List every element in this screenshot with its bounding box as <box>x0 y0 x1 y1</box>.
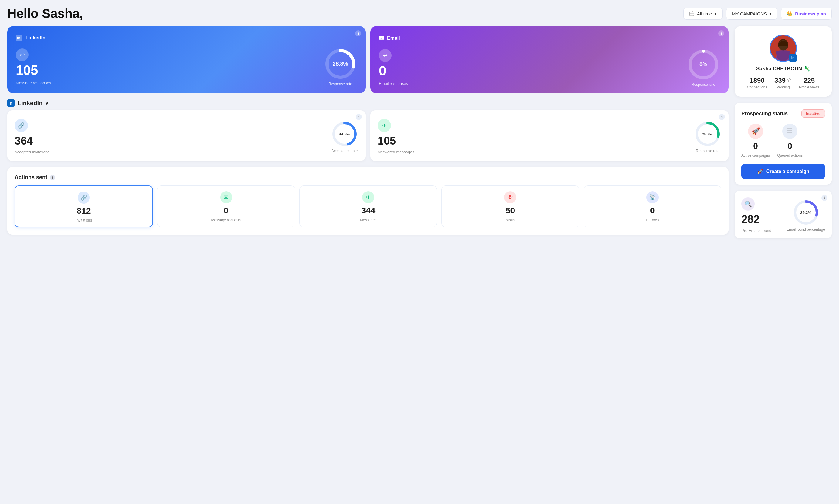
prospecting-title: Prospecting status <box>741 111 788 117</box>
link-icon-circle: 🔗 <box>15 119 28 132</box>
create-campaign-button[interactable]: 🚀 Create a campaign <box>741 164 825 179</box>
email-card-header: ✉ Email <box>379 35 720 42</box>
message-requests-label: Message requests <box>211 218 241 222</box>
email-response-rate-donut: 0% <box>687 48 720 81</box>
reply-icon-circle: ↩ <box>16 49 29 61</box>
calendar-icon <box>689 11 695 16</box>
visits-label: Visits <box>506 218 514 222</box>
answered-messages-label: Answered messages <box>378 150 414 154</box>
email-rate-label: 0% <box>699 61 707 68</box>
linkedin-icon: in <box>16 35 22 41</box>
email-icon: ✉ <box>379 35 384 42</box>
campaigns-filter-button[interactable]: MY CAMPAIGNS ▾ <box>726 7 777 20</box>
active-campaigns-label: Active campaigns <box>741 154 770 158</box>
chevron-up-icon: ∧ <box>46 101 49 106</box>
pro-emails-value: 282 <box>741 213 771 226</box>
message-requests-value: 0 <box>224 206 229 215</box>
profile-views-label: Profile views <box>799 85 819 89</box>
answered-messages-card: ℹ ✈ 105 Answered messages <box>370 110 729 161</box>
email-found-label: Email found percentage <box>787 227 825 232</box>
linkedin-section-title: LinkedIn <box>18 100 42 107</box>
reply-icon-circle: ↩ <box>379 49 391 62</box>
crown-icon: 👑 <box>787 11 792 16</box>
time-filter-button[interactable]: All time ▾ <box>683 7 722 20</box>
greeting-text: Hello Sasha, <box>7 7 83 20</box>
pending-value: 339 <box>774 77 786 85</box>
active-campaigns-metric: 🚀 0 Active campaigns <box>741 124 770 158</box>
email-found-donut: 29.2% <box>792 199 820 226</box>
email-responses-value: 0 <box>379 64 408 77</box>
info-icon[interactable]: ℹ <box>718 30 724 36</box>
trash-icon[interactable]: 🗑 <box>787 78 792 83</box>
info-icon[interactable]: ℹ <box>355 30 361 36</box>
linkedin-section-header: in LinkedIn ∧ <box>7 100 729 107</box>
pro-emails-card: ℹ 🔍 282 Pro Emails found 29.2% Emai <box>735 191 832 238</box>
link-action-icon: 🔗 <box>78 192 90 204</box>
eye-action-icon: 👁 <box>504 191 516 203</box>
email-card-title: Email <box>387 35 400 41</box>
queued-actions-metric: ☰ 0 Queued actions <box>777 124 803 158</box>
queued-actions-value: 0 <box>787 141 792 151</box>
profile-views-value: 225 <box>804 77 815 85</box>
status-badge: Inactive <box>801 109 825 118</box>
svg-text:in: in <box>17 36 21 40</box>
linkedin-card-header: in LinkedIn <box>16 35 357 41</box>
email-rate-sublabel: Response rate <box>692 83 715 87</box>
linkedin-section-icon: in <box>7 100 15 107</box>
messages-label: Messages <box>360 218 377 222</box>
connections-stat: 1890 Connections <box>747 77 767 89</box>
messages-card[interactable]: ✈ 344 Messages <box>299 185 437 227</box>
follows-label: Follows <box>646 218 659 222</box>
message-requests-card[interactable]: ✉ 0 Message requests <box>157 185 295 227</box>
info-icon[interactable]: ℹ <box>821 195 827 201</box>
answered-messages-value: 105 <box>378 134 396 147</box>
linkedin-badge: in <box>789 54 797 62</box>
pro-emails-label: Pro Emails found <box>741 228 771 233</box>
acceptance-rate-sublabel: Acceptance rate <box>332 149 358 153</box>
linkedin-rate-label: 28.8% <box>332 61 348 67</box>
prospecting-status-card: Prospecting status Inactive 🚀 0 Active c… <box>735 103 832 184</box>
actions-grid: 🔗 812 Invitations ✉ 0 Message requests ✈… <box>15 185 721 227</box>
actions-sent-title: Actions sent <box>15 174 47 181</box>
accepted-invitations-value: 364 <box>15 134 33 147</box>
business-plan-button[interactable]: 👑 Business plan <box>781 7 832 20</box>
pending-label: Pending <box>776 85 790 89</box>
visits-card[interactable]: 👁 50 Visits <box>441 185 579 227</box>
linkedin-card-title: LinkedIn <box>25 35 46 41</box>
queued-actions-label: Queued actions <box>777 154 803 158</box>
profile-name: Sasha CHETBOUN 🦎 <box>756 66 810 72</box>
time-filter-label: All time <box>697 11 712 16</box>
message-icon-circle: ✈ <box>378 119 391 132</box>
info-icon[interactable]: ℹ <box>356 114 362 120</box>
accepted-invitations-label: Accepted invitations <box>15 150 50 154</box>
invitations-label: Invitations <box>75 218 92 222</box>
envelope-action-icon: ✉ <box>220 191 232 203</box>
message-responses-value: 105 <box>16 64 51 77</box>
rss-action-icon: 📡 <box>646 191 659 203</box>
profile-card: in Sasha CHETBOUN 🦎 1890 Connections 339… <box>735 26 832 97</box>
messages-value: 344 <box>361 206 375 215</box>
follows-value: 0 <box>650 206 655 215</box>
invitations-value: 812 <box>77 206 91 216</box>
acceptance-rate-label: 44.8% <box>339 131 350 136</box>
info-icon[interactable]: ℹ <box>50 175 55 180</box>
profile-emoji: 🦎 <box>804 66 810 72</box>
business-plan-label: Business plan <box>795 11 826 16</box>
linkedin-stats-card: ℹ in LinkedIn ↩ 105 Message responses <box>7 26 366 93</box>
active-campaigns-value: 0 <box>753 141 758 151</box>
chevron-down-icon: ▾ <box>769 11 772 16</box>
response-rate-sublabel2: Response rate <box>696 149 719 153</box>
profile-views-stat: 225 Profile views <box>799 77 819 89</box>
connections-value: 1890 <box>750 77 764 85</box>
avatar-wrapper: in <box>770 35 797 62</box>
actions-sent-section: Actions sent ℹ 🔗 812 Invitations ✉ 0 Mes… <box>7 167 729 235</box>
response-rate-donut: 28.8% <box>694 120 721 148</box>
follows-card[interactable]: 📡 0 Follows <box>583 185 721 227</box>
pending-stat: 339 🗑 Pending <box>774 77 792 89</box>
response-rate-label2: 28.8% <box>702 131 713 136</box>
chevron-down-icon: ▾ <box>714 11 717 16</box>
svg-text:in: in <box>8 101 12 106</box>
profile-stats: 1890 Connections 339 🗑 Pending 225 Profi… <box>747 77 820 89</box>
invitations-card[interactable]: 🔗 812 Invitations <box>15 185 153 227</box>
info-icon[interactable]: ℹ <box>719 114 725 120</box>
